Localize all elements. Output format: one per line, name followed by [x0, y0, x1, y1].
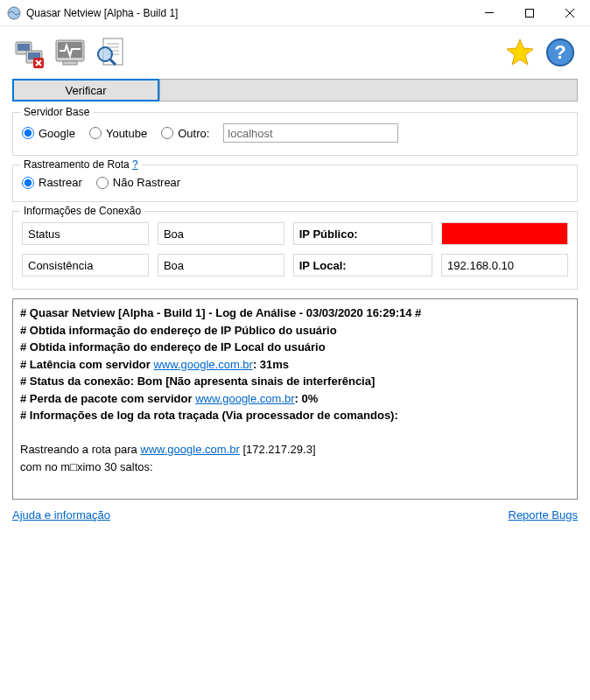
- other-host-input[interactable]: [223, 123, 398, 143]
- log-output[interactable]: # Quasar Netview [Alpha - Build 1] - Log…: [12, 298, 578, 500]
- app-icon: [7, 6, 21, 20]
- search-document-icon[interactable]: [93, 35, 128, 70]
- star-icon[interactable]: [502, 35, 537, 70]
- status-label: Status: [22, 222, 149, 245]
- log-link[interactable]: www.google.com.br: [140, 443, 239, 456]
- consistency-label: Consistência: [22, 254, 149, 276]
- log-link[interactable]: www.google.com.br: [153, 358, 252, 371]
- base-server-fieldset: Servidor Base Google Youtube Outro:: [12, 112, 578, 156]
- verify-button[interactable]: Verificar: [12, 79, 159, 102]
- svg-point-16: [98, 47, 112, 61]
- consistency-value: Boa: [158, 254, 284, 276]
- svg-rect-1: [485, 12, 494, 13]
- report-bugs-link[interactable]: Reporte Bugs: [509, 508, 579, 522]
- trace-route-legend: Rastreamento de Rota ?: [20, 158, 142, 171]
- svg-rect-4: [18, 44, 30, 51]
- svg-text:?: ?: [554, 41, 565, 63]
- trace-help-link[interactable]: ?: [132, 158, 138, 171]
- trace-route-fieldset: Rastreamento de Rota ? Rastrear Não Rast…: [12, 164, 578, 202]
- blank-button[interactable]: [159, 79, 578, 102]
- base-server-legend: Servidor Base: [20, 106, 93, 118]
- help-icon[interactable]: ?: [543, 35, 578, 70]
- radio-other[interactable]: Outro:: [161, 127, 209, 140]
- titlebar: Quasar Netview [Alpha - Build 1]: [0, 0, 590, 26]
- public-ip-label: IP Público:: [293, 222, 432, 245]
- maximize-button[interactable]: [509, 0, 550, 26]
- svg-rect-2: [526, 9, 534, 17]
- radio-youtube[interactable]: Youtube: [89, 127, 147, 140]
- connection-info-fieldset: Informações de Conexão Status Boa IP Púb…: [12, 211, 578, 290]
- minimize-button[interactable]: [469, 0, 509, 26]
- activity-monitor-icon[interactable]: [53, 35, 88, 70]
- log-link[interactable]: www.google.com.br: [195, 392, 294, 405]
- toolbar: ?: [12, 35, 578, 70]
- connection-info-legend: Informações de Conexão: [20, 205, 144, 217]
- radio-notrace[interactable]: Não Rastrear: [96, 176, 180, 189]
- network-error-icon[interactable]: [12, 35, 47, 70]
- close-button[interactable]: [550, 0, 590, 26]
- svg-rect-10: [63, 61, 77, 65]
- window-title: Quasar Netview [Alpha - Build 1]: [26, 7, 469, 19]
- public-ip-value: [441, 222, 568, 245]
- help-info-link[interactable]: Ajuda e informação: [12, 508, 110, 522]
- radio-trace[interactable]: Rastrear: [22, 176, 82, 189]
- local-ip-label: IP Local:: [293, 254, 432, 276]
- status-value: Boa: [158, 222, 284, 245]
- radio-google[interactable]: Google: [22, 127, 75, 140]
- local-ip-value: 192.168.0.10: [441, 254, 568, 276]
